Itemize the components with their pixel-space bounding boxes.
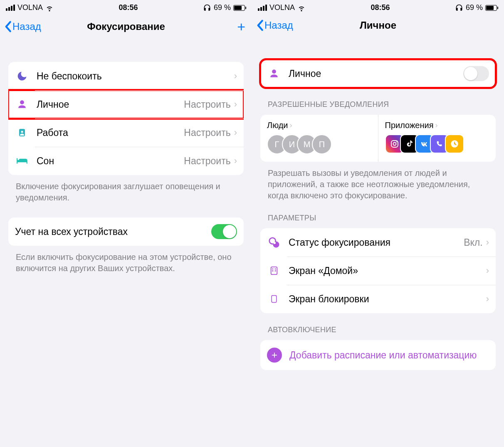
row-detail: Настроить <box>184 156 230 167</box>
row-detail: Настроить <box>184 99 230 110</box>
person-icon <box>15 97 29 111</box>
row-label: Работа <box>37 127 184 138</box>
home-screen-icon <box>267 264 281 278</box>
chevron-right-icon: › <box>486 237 489 248</box>
chevron-right-icon: › <box>234 156 237 166</box>
focus-status-icon <box>267 235 281 249</box>
share-group: Учет на всех устройствах <box>8 217 244 246</box>
cell-signal-icon <box>258 5 267 11</box>
carrier-label: VOLNA <box>269 3 295 12</box>
footer-text: Разрешать вызовы и уведомления от людей … <box>260 162 496 201</box>
chevron-right-icon: › <box>234 71 237 81</box>
battery-pct: 69 % <box>466 3 483 12</box>
focus-modes-group: Не беспокоить › Личное Настроить › Работ… <box>8 62 244 175</box>
row-label: Личное <box>289 68 463 79</box>
row-label: Статус фокусирования <box>289 237 464 248</box>
lock-screen-icon <box>267 292 281 306</box>
app-icons <box>385 134 489 153</box>
param-row-status[interactable]: Статус фокусирования Вкл. › <box>260 228 496 257</box>
svg-point-8 <box>274 242 276 244</box>
footer-text: Если включить фокусирование на этом устр… <box>8 246 244 274</box>
nav-bar: Назад Фокусирование + <box>0 14 252 41</box>
row-detail: Настроить <box>184 127 230 138</box>
cell-signal-icon <box>6 5 15 11</box>
chevron-right-icon: › <box>234 99 237 110</box>
plus-circle-icon: + <box>267 348 282 363</box>
personal-toggle-row: Личное <box>260 59 496 88</box>
avatar: П <box>312 134 332 154</box>
section-header: РАЗРЕШЕННЫЕ УВЕДОМЛЕНИЯ <box>260 88 496 113</box>
person-icon <box>267 67 281 81</box>
screen-personal-focus: VOLNA 08:56 69 % Назад Личное Личное РАЗ… <box>252 0 504 447</box>
svg-rect-11 <box>272 270 273 272</box>
battery-pct: 69 % <box>214 3 231 12</box>
row-label: Сон <box>37 156 184 167</box>
headphones-icon <box>203 4 211 12</box>
wifi-icon <box>297 4 306 12</box>
row-label: Экран блокировки <box>289 294 486 305</box>
chevron-left-icon <box>256 20 264 31</box>
param-row-lock[interactable]: Экран блокировки › <box>260 285 496 313</box>
screen-focus-list: VOLNA 08:56 69 % Назад Фокусирование + Н… <box>0 0 252 447</box>
wifi-icon <box>45 4 54 12</box>
svg-rect-10 <box>272 269 273 270</box>
svg-point-3 <box>393 143 396 146</box>
row-label: Учет на всех устройствах <box>15 226 211 237</box>
back-button[interactable]: Назад <box>4 21 41 32</box>
people-title: Люди <box>267 121 288 130</box>
svg-rect-9 <box>271 267 277 274</box>
headphones-icon <box>455 4 463 12</box>
chevron-right-icon: › <box>290 121 292 130</box>
footer-text: Включение фокусирования заглушает оповещ… <box>8 175 244 203</box>
people-avatars: Г И М П <box>267 134 371 154</box>
share-toggle[interactable] <box>211 224 237 239</box>
battery-icon <box>233 5 246 11</box>
main-toggle-group: Личное <box>260 59 496 88</box>
svg-point-1 <box>21 131 23 133</box>
nav-bar: Назад Личное <box>252 14 504 39</box>
badge-icon <box>15 126 29 140</box>
section-header: АВТОВКЛЮЧЕНИЕ <box>260 313 496 338</box>
svg-point-4 <box>396 141 397 143</box>
focus-row-personal[interactable]: Личное Настроить › <box>8 90 244 119</box>
share-across-devices-row: Учет на всех устройствах <box>8 217 244 246</box>
clock-icon <box>445 134 464 153</box>
svg-rect-12 <box>275 269 276 270</box>
chevron-left-icon <box>4 21 12 32</box>
focus-row-dnd[interactable]: Не беспокоить › <box>8 62 244 90</box>
section-header: ПАРАМЕТРЫ <box>260 201 496 227</box>
param-row-home[interactable]: Экран «Домой» › <box>260 257 496 285</box>
focus-row-sleep[interactable]: Сон Настроить › <box>8 147 244 175</box>
add-schedule-label: Добавить расписание или автоматизацию <box>289 349 477 361</box>
row-label: Не беспокоить <box>37 71 234 82</box>
chevron-right-icon: › <box>486 265 489 276</box>
bed-icon <box>15 154 29 168</box>
status-time: 08:56 <box>119 3 138 12</box>
add-schedule-row[interactable]: + Добавить расписание или автоматизацию <box>260 340 496 370</box>
status-time: 08:56 <box>371 3 390 12</box>
personal-toggle[interactable] <box>463 66 489 81</box>
row-label: Личное <box>37 99 184 110</box>
row-detail: Вкл. <box>464 237 482 248</box>
allowed-apps[interactable]: Приложения› <box>378 115 496 162</box>
focus-row-work[interactable]: Работа Настроить › <box>8 119 244 147</box>
carrier-label: VOLNA <box>17 3 43 12</box>
battery-icon <box>485 5 498 11</box>
chevron-right-icon: › <box>234 127 237 138</box>
status-bar: VOLNA 08:56 69 % <box>0 0 252 14</box>
svg-rect-14 <box>272 296 277 303</box>
back-button[interactable]: Назад <box>256 20 293 31</box>
chevron-right-icon: › <box>435 121 438 130</box>
status-bar: VOLNA 08:56 69 % <box>252 0 504 14</box>
moon-icon <box>15 69 29 83</box>
apps-title: Приложения <box>385 121 434 130</box>
svg-rect-13 <box>275 270 276 272</box>
params-group: Статус фокусирования Вкл. › Экран «Домой… <box>260 228 496 313</box>
chevron-right-icon: › <box>486 294 489 304</box>
back-label: Назад <box>12 21 41 32</box>
allowed-people[interactable]: Люди› Г И М П <box>260 115 378 162</box>
allowed-notifications-card: Люди› Г И М П Приложения› <box>260 115 496 162</box>
add-button[interactable]: + <box>237 20 245 34</box>
row-label: Экран «Домой» <box>289 265 486 277</box>
back-label: Назад <box>264 20 293 31</box>
